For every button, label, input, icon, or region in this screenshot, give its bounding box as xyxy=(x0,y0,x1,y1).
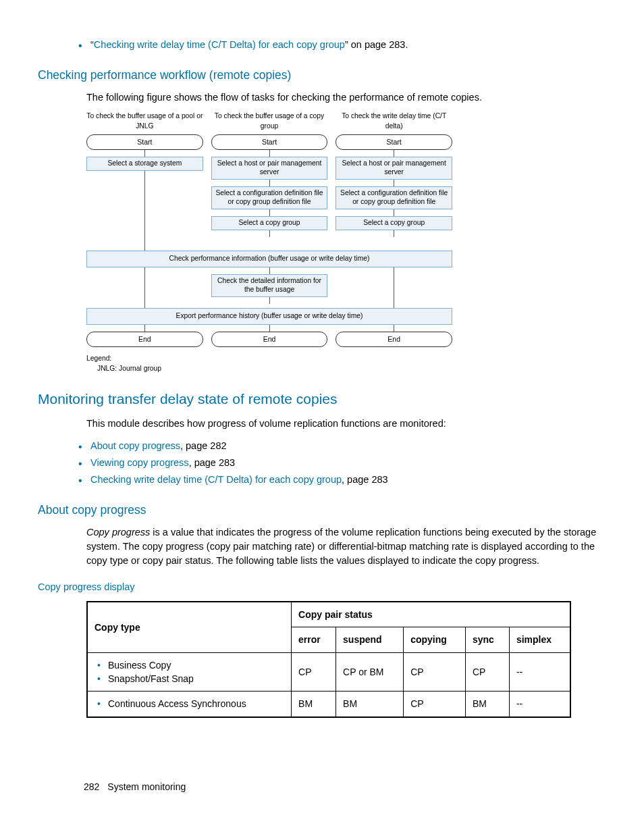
flow-end-3: End xyxy=(336,332,452,347)
cell-copying: CP xyxy=(404,692,466,717)
copy-progress-table: Copy type Copy pair status error suspend… xyxy=(86,601,571,717)
flow-box-select-config-2: Select a configuration definition file o… xyxy=(211,186,328,209)
section-heading-about-copy-progress: About copy progress xyxy=(38,502,606,519)
link-suffix: , page 283 xyxy=(189,457,236,468)
section3-paragraph: Copy progress is a value that indicates … xyxy=(38,525,606,568)
cell-error: CP xyxy=(292,652,336,692)
flow-col3-header: To check the write delay time (C/T delta… xyxy=(336,111,452,132)
list-item: About copy progress, page 282 xyxy=(90,438,606,454)
page-footer: 282System monitoring xyxy=(84,780,186,793)
flow-wide-check-performance: Check performance information (buffer us… xyxy=(86,251,452,267)
th-suspend: suspend xyxy=(336,627,404,652)
flow-end-1: End xyxy=(86,332,203,347)
type-item: Business Copy xyxy=(95,658,284,672)
link-viewing-copy-progress[interactable]: Viewing copy progress xyxy=(90,457,189,468)
th-simplex: simplex xyxy=(509,627,570,652)
link-suffix: , page 283 xyxy=(342,474,388,485)
cell-simplex: -- xyxy=(509,692,570,717)
flow-box-select-copygroup-2: Select a copy group xyxy=(211,216,328,230)
legend-item: JNLG: Journal group xyxy=(86,364,452,374)
legend-title: Legend: xyxy=(86,354,452,364)
flow-box-select-host-2: Select a host or pair management server xyxy=(211,157,328,180)
cell-copy-type: Business Copy Snapshot/Fast Snap xyxy=(87,652,292,692)
cell-copy-type: Continuous Access Synchronous xyxy=(87,692,292,717)
flow-start-2: Start xyxy=(211,134,328,150)
flow-box-select-storage: Select a storage system xyxy=(86,157,203,171)
cell-sync: BM xyxy=(465,692,509,717)
cell-simplex: -- xyxy=(509,652,570,692)
paragraph-rest: is a value that indicates the progress o… xyxy=(86,527,596,566)
cell-copying: CP xyxy=(404,652,466,692)
flow-col1-header: To check the buffer usage of a pool or J… xyxy=(86,111,203,132)
flow-legend: Legend: JNLG: Journal group xyxy=(86,354,452,374)
link-suffix: , page 282 xyxy=(180,440,227,451)
th-copying: copying xyxy=(404,627,466,652)
flow-start-1: Start xyxy=(86,134,203,150)
flow-box-select-config-3: Select a configuration definition file o… xyxy=(336,186,452,209)
th-error: error xyxy=(292,627,336,652)
th-copy-pair-status: Copy pair status xyxy=(292,602,570,627)
reference-link[interactable]: Checking write delay time (C/T Delta) fo… xyxy=(94,39,345,50)
flow-end-2: End xyxy=(211,332,328,347)
section2-list: About copy progress, page 282 Viewing co… xyxy=(38,438,606,488)
cell-suspend: CP or BM xyxy=(336,652,404,692)
italic-term: Copy progress xyxy=(86,527,150,538)
section-heading-performance-workflow: Checking performance workflow (remote co… xyxy=(38,67,606,84)
flow-box-select-copygroup-3: Select a copy group xyxy=(336,216,452,230)
link-about-copy-progress[interactable]: About copy progress xyxy=(90,440,180,451)
cell-sync: CP xyxy=(465,652,509,692)
flow-start-3: Start xyxy=(336,134,452,150)
top-reference-list: “Checking write delay time (C/T Delta) f… xyxy=(38,36,606,53)
workflow-flowchart: To check the buffer usage of a pool or J… xyxy=(86,111,452,374)
type-item: Continuous Access Synchronous xyxy=(95,697,284,710)
section1-paragraph: The following figure shows the flow of t… xyxy=(38,90,606,105)
cell-error: BM xyxy=(292,692,336,717)
table-row: Continuous Access Synchronous BM BM CP B… xyxy=(87,692,570,717)
reference-suffix: ” on page 283. xyxy=(345,39,408,50)
section-heading-monitoring-transfer: Monitoring transfer delay state of remot… xyxy=(38,389,606,409)
th-copy-type: Copy type xyxy=(87,602,292,652)
flow-box-check-detailed: Check the detailed information for the b… xyxy=(211,274,328,297)
th-sync: sync xyxy=(465,627,509,652)
link-checking-write-delay[interactable]: Checking write delay time (C/T Delta) fo… xyxy=(90,474,342,485)
page-number: 282 xyxy=(84,781,99,792)
flow-box-select-host-3: Select a host or pair management server xyxy=(336,157,452,180)
section2-intro: This module describes how progress of vo… xyxy=(38,417,606,431)
table-caption: Copy progress display xyxy=(38,580,606,594)
footer-title: System monitoring xyxy=(107,781,186,792)
flow-col2-header: To check the buffer usage of a copy grou… xyxy=(211,111,328,132)
type-item: Snapshot/Fast Snap xyxy=(95,672,284,685)
list-item: Checking write delay time (C/T Delta) fo… xyxy=(90,471,606,488)
reference-item: “Checking write delay time (C/T Delta) f… xyxy=(90,36,606,53)
cell-suspend: BM xyxy=(336,692,404,717)
flow-wide-export-history: Export performance history (buffer usage… xyxy=(86,308,452,325)
table-row: Business Copy Snapshot/Fast Snap CP CP o… xyxy=(87,652,570,692)
list-item: Viewing copy progress, page 283 xyxy=(90,454,606,471)
